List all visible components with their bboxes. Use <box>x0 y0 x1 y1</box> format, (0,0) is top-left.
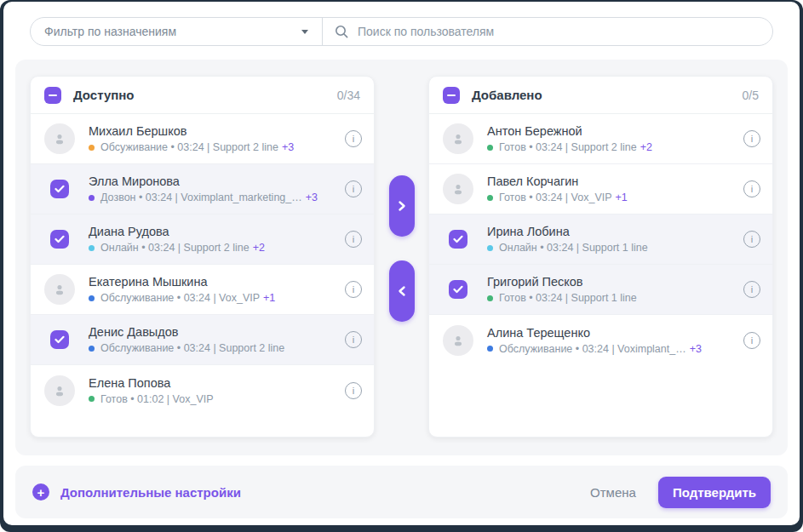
status-dot-icon <box>487 195 493 201</box>
status-text: Обслуживание • 03:24 | Voximplant_… <box>499 343 686 355</box>
status-dot-icon <box>487 295 493 301</box>
status-dot-icon <box>89 245 95 251</box>
search-input[interactable] <box>356 24 760 39</box>
user-row[interactable]: Павел Корчагин Готов • 03:24 | Vox_VIP +… <box>429 164 772 215</box>
chevron-left-icon <box>397 285 407 297</box>
user-row[interactable]: Диана Рудова Онлайн • 03:24 | Support 2 … <box>31 215 374 265</box>
cancel-button[interactable]: Отмена <box>585 484 641 501</box>
user-name: Ирина Лобина <box>487 225 648 238</box>
transfer-area: Доступно 0/34 Михаил Бершков Обсуживание… <box>15 60 788 455</box>
modal-backdrop: Фильтр по назначениям Доступно 0/34 <box>0 0 803 532</box>
status-text: Обслуживание • 03:24 | Vox_VIP <box>100 292 260 304</box>
row-checkbox[interactable] <box>50 180 69 198</box>
info-icon[interactable]: i <box>345 331 362 348</box>
user-row-texts: Михаил Бершков Обсуживание • 03:24 | Sup… <box>89 124 294 153</box>
user-row[interactable]: Элла Миронова Дозвон • 03:24 | Voximplan… <box>31 164 374 215</box>
assignment-filter-select[interactable]: Фильтр по назначениям <box>31 18 323 45</box>
info-icon[interactable]: i <box>345 130 362 147</box>
select-all-checkbox-indeterminate-icon[interactable] <box>443 87 460 104</box>
status-text: Готов • 01:02 | Vox_VIP <box>100 393 214 405</box>
user-row-texts: Элла Миронова Дозвон • 03:24 | Voximplan… <box>89 174 318 203</box>
move-left-button[interactable] <box>389 260 415 322</box>
person-icon <box>450 181 466 197</box>
row-checkbox[interactable] <box>449 280 467 299</box>
added-panel: Добавлено 0/5 Антон Бережной Готов • 03:… <box>428 76 773 438</box>
user-name: Элла Миронова <box>89 174 318 188</box>
user-row-lead <box>443 230 473 249</box>
status-extra: +1 <box>616 192 628 203</box>
user-row[interactable]: Антон Бережной Готов • 03:24 | Support 2… <box>429 114 772 164</box>
user-status-line: Дозвон • 03:24 | Voximplant_marketing_… … <box>89 192 318 203</box>
status-text: Готов • 03:24 | Support 1 line <box>499 292 637 304</box>
avatar <box>44 123 75 154</box>
user-name: Антон Бережной <box>487 124 652 138</box>
row-checkbox[interactable] <box>50 330 69 349</box>
added-panel-count: 0/5 <box>743 89 759 102</box>
status-text: Обслуживание • 03:24 | Support 2 line <box>100 342 284 354</box>
user-row[interactable]: Екатерина Мышкина Обслуживание • 03:24 |… <box>31 265 374 315</box>
chevron-down-icon <box>301 30 308 34</box>
user-name: Григорий Песков <box>487 275 637 289</box>
user-status-line: Готов • 01:02 | Vox_VIP <box>89 393 214 405</box>
user-row-texts: Екатерина Мышкина Обслуживание • 03:24 |… <box>89 275 275 304</box>
user-name: Павел Корчагин <box>487 174 628 188</box>
user-name: Михаил Бершков <box>89 124 294 138</box>
user-row-texts: Антон Бережной Готов • 03:24 | Support 2… <box>487 124 652 153</box>
user-row-lead <box>443 280 473 299</box>
user-status-line: Готов • 03:24 | Vox_VIP +1 <box>487 192 628 203</box>
check-icon <box>54 185 65 193</box>
info-icon[interactable]: i <box>743 180 760 197</box>
info-icon[interactable]: i <box>345 231 362 248</box>
info-icon[interactable]: i <box>345 382 362 399</box>
user-name: Екатерина Мышкина <box>89 275 275 289</box>
user-row-lead <box>44 123 75 154</box>
confirm-button[interactable]: Подтвердить <box>658 477 771 508</box>
info-icon[interactable]: i <box>345 180 362 197</box>
info-icon[interactable]: i <box>345 281 362 298</box>
user-row-lead <box>44 274 75 305</box>
added-list: Антон Бережной Готов • 03:24 | Support 2… <box>429 114 772 365</box>
available-panel-header: Доступно 0/34 <box>31 77 374 114</box>
check-icon <box>54 335 65 344</box>
user-row-lead <box>443 325 473 356</box>
row-checkbox[interactable] <box>50 230 69 249</box>
status-dot-icon <box>487 245 493 251</box>
status-extra: +3 <box>282 141 294 153</box>
added-panel-header: Добавлено 0/5 <box>429 77 772 114</box>
chevron-right-icon <box>397 200 407 212</box>
user-row-texts: Елена Попова Готов • 01:02 | Vox_VIP <box>89 376 214 405</box>
additional-settings-link[interactable]: + Дополнительные настройки <box>32 483 241 501</box>
user-status-line: Обслуживание • 03:24 | Support 2 line <box>89 342 284 354</box>
info-icon[interactable]: i <box>743 130 760 147</box>
user-row[interactable]: Григорий Песков Готов • 03:24 | Support … <box>429 265 772 315</box>
user-row-lead <box>443 174 473 204</box>
user-row[interactable]: Елена Попова Готов • 01:02 | Vox_VIP i <box>31 365 374 415</box>
status-text: Готов • 03:24 | Support 2 line <box>499 141 637 153</box>
status-dot-icon <box>487 346 493 352</box>
search-icon <box>335 25 348 38</box>
user-row-lead <box>44 375 75 406</box>
user-assignment-dialog: Фильтр по назначениям Доступно 0/34 <box>3 2 800 525</box>
avatar <box>443 325 473 356</box>
status-extra: +2 <box>253 242 265 254</box>
user-status-line: Онлайн • 03:24 | Support 1 line <box>487 242 648 254</box>
status-extra: +2 <box>640 141 652 153</box>
user-name: Алина Терещенко <box>487 326 702 340</box>
status-dot-icon <box>89 195 95 201</box>
dialog-footer: + Дополнительные настройки Отмена Подтве… <box>15 466 788 518</box>
info-icon[interactable]: i <box>743 332 760 349</box>
user-row[interactable]: Денис Давыдов Обслуживание • 03:24 | Sup… <box>31 315 374 365</box>
move-right-button[interactable] <box>389 175 415 237</box>
info-icon[interactable]: i <box>743 231 760 248</box>
user-row[interactable]: Михаил Бершков Обсуживание • 03:24 | Sup… <box>31 114 374 164</box>
check-icon <box>54 235 65 243</box>
row-checkbox[interactable] <box>449 230 467 249</box>
status-dot-icon <box>89 346 95 352</box>
info-icon[interactable]: i <box>743 281 760 298</box>
select-all-checkbox-indeterminate-icon[interactable] <box>44 87 61 104</box>
user-search <box>323 18 772 45</box>
user-row[interactable]: Алина Терещенко Обслуживание • 03:24 | V… <box>429 315 772 365</box>
user-row[interactable]: Ирина Лобина Онлайн • 03:24 | Support 1 … <box>429 215 772 265</box>
person-icon <box>52 131 67 146</box>
user-row-texts: Ирина Лобина Онлайн • 03:24 | Support 1 … <box>487 225 648 254</box>
